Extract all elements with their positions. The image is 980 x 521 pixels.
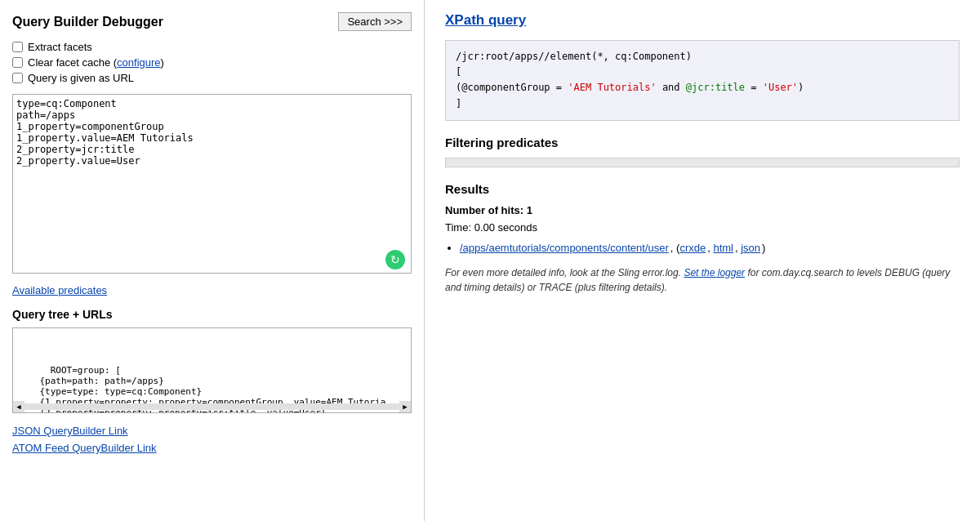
result-path-link[interactable]: /apps/aemtutorials/components/content/us… bbox=[460, 242, 669, 254]
code-end: ) bbox=[798, 82, 804, 93]
filtering-heading: Filtering predicates bbox=[445, 136, 960, 149]
clear-facet-label: Clear facet cache ( bbox=[28, 56, 117, 69]
note-before-logger: For even more detailed info, look at the… bbox=[445, 267, 684, 278]
json-querybuilder-link[interactable]: JSON QueryBuilder Link bbox=[12, 425, 412, 437]
code-val2: 'User' bbox=[763, 82, 798, 93]
code-val1: 'AEM Tutorials' bbox=[568, 82, 656, 93]
search-button[interactable]: Search >>> bbox=[338, 12, 412, 31]
clear-facet-row: Clear facet cache (configure) bbox=[12, 56, 412, 69]
html-link[interactable]: html bbox=[713, 242, 733, 254]
url-checkbox[interactable] bbox=[12, 73, 23, 83]
query-textarea-wrapper: ↻ bbox=[12, 87, 412, 276]
xpath-title: XPath query bbox=[445, 12, 960, 29]
code-eq: = bbox=[745, 82, 763, 93]
set-logger-link[interactable]: Set the logger bbox=[684, 267, 745, 278]
result-list: /apps/aemtutorials/components/content/us… bbox=[445, 242, 960, 254]
code-line-1: /jcr:root/apps//element(*, cq:Component) bbox=[456, 49, 949, 65]
configure-link[interactable]: configure bbox=[117, 56, 160, 69]
scroll-right-arrow[interactable]: ▶ bbox=[399, 401, 411, 412]
result-links: /apps/aemtutorials/components/content/us… bbox=[460, 242, 765, 254]
hits-text: Number of hits: 1 bbox=[445, 204, 960, 216]
xpath-title-link[interactable]: XPath query bbox=[445, 12, 526, 28]
query-tree-title: Query tree + URLs bbox=[12, 308, 412, 321]
panel-title: Query Builder Debugger bbox=[12, 15, 163, 29]
panel-header: Query Builder Debugger Search >>> bbox=[12, 12, 412, 31]
extract-facets-label: Extract facets bbox=[28, 41, 92, 53]
results-heading: Results bbox=[445, 182, 960, 196]
crxde-link[interactable]: crxde bbox=[679, 242, 706, 254]
extract-facets-checkbox[interactable] bbox=[12, 42, 23, 52]
code-line-3: (@componentGroup = 'AEM Tutorials' and @… bbox=[456, 80, 949, 96]
available-predicates-link[interactable]: Available predicates bbox=[12, 284, 412, 296]
code-line-2: [ bbox=[456, 65, 949, 80]
scrollbar: ◀ ▶ bbox=[13, 401, 411, 412]
time-text: Time: 0.00 seconds bbox=[445, 221, 960, 234]
url-label: Query is given as URL bbox=[28, 72, 134, 84]
code-attr: @jcr:title bbox=[686, 82, 745, 93]
atom-feed-link[interactable]: ATOM Feed QueryBuilder Link bbox=[12, 442, 412, 454]
code-pre: (@componentGroup = bbox=[456, 82, 568, 93]
query-tree-box: ROOT=group: [ {path=path: path=/apps} {t… bbox=[12, 327, 412, 413]
extract-facets-row: Extract facets bbox=[12, 41, 412, 53]
code-line-4: ] bbox=[456, 96, 949, 112]
results-section: Results Number of hits: 1 Time: 0.00 sec… bbox=[445, 182, 960, 254]
italic-note: For even more detailed info, look at the… bbox=[445, 265, 960, 295]
clear-facet-checkbox[interactable] bbox=[12, 57, 23, 68]
bottom-links: JSON QueryBuilder Link ATOM Feed QueryBu… bbox=[12, 425, 412, 454]
refresh-icon[interactable]: ↻ bbox=[385, 250, 405, 269]
right-panel: XPath query /jcr:root/apps//element(*, c… bbox=[425, 0, 980, 521]
filter-bar bbox=[445, 158, 960, 167]
left-panel: Query Builder Debugger Search >>> Extrac… bbox=[0, 0, 425, 521]
scrollbar-track bbox=[24, 403, 399, 410]
scroll-left-arrow[interactable]: ◀ bbox=[13, 401, 24, 412]
xpath-code-block: /jcr:root/apps//element(*, cq:Component)… bbox=[445, 40, 960, 121]
result-item: /apps/aemtutorials/components/content/us… bbox=[460, 242, 960, 254]
json-link[interactable]: json bbox=[741, 242, 760, 254]
clear-facet-after: ) bbox=[161, 56, 164, 69]
url-row: Query is given as URL bbox=[12, 72, 412, 84]
query-textarea[interactable] bbox=[12, 94, 412, 274]
code-mid: and bbox=[657, 82, 686, 93]
